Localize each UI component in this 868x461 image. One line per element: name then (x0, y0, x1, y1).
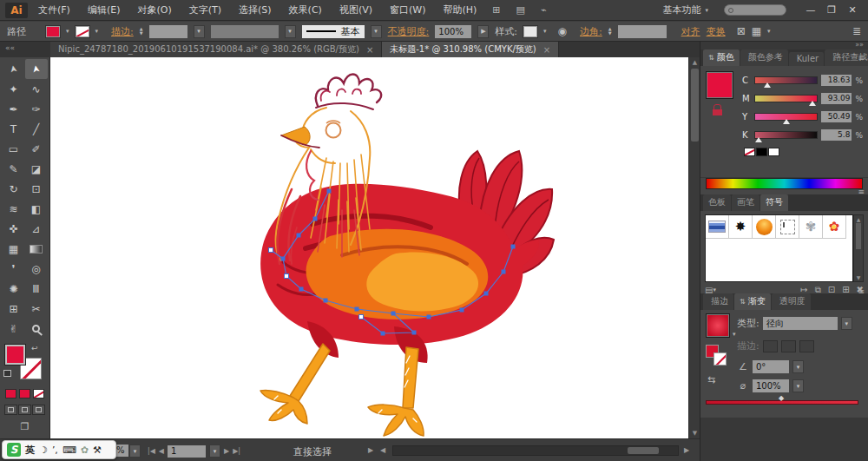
artboard-caret[interactable]: ▾ (209, 445, 220, 458)
stepper-down-icon[interactable]: ▼ (608, 31, 612, 36)
gray-flower-symbol[interactable]: ✾ (799, 215, 823, 239)
stroke-gradient-within-button[interactable] (763, 340, 778, 352)
last-artboard-button[interactable]: ▶| (233, 447, 240, 455)
chicken-artwork[interactable] (50, 57, 688, 438)
eraser-tool[interactable]: ◪ (25, 159, 48, 179)
panel-tab[interactable]: ⇅ 颜色 (703, 49, 740, 66)
free-transform-tool[interactable]: ⊡ (25, 179, 48, 199)
none-mode-button[interactable] (33, 389, 44, 398)
reverse-gradient-icon[interactable]: ⇆ (707, 374, 715, 385)
vertical-scrollbar[interactable]: ▲ ▼ (688, 57, 700, 438)
cs-live-icon[interactable]: ⌁ (541, 4, 547, 16)
shape-builder-tool[interactable]: ◧ (25, 199, 48, 219)
skin-icon[interactable]: ✿ (81, 445, 89, 456)
symbols-scroll-thumb[interactable] (856, 223, 861, 249)
fill-proxy-swatch[interactable] (4, 344, 26, 366)
pen-tool[interactable]: ✒ (3, 99, 25, 119)
paintbrush-tool[interactable]: ✐ (25, 139, 48, 159)
zoom-tool[interactable] (25, 319, 48, 339)
eyedropper-tool[interactable]: ❜ (3, 259, 25, 279)
menu-item[interactable]: 视图(V) (339, 3, 372, 16)
ime-mode-label[interactable]: 英 (25, 444, 35, 457)
width-profile-dropdown[interactable] (211, 25, 279, 38)
gradient-type-caret[interactable]: ▾ (841, 317, 852, 330)
panel-tab[interactable]: ⇅ 渐变 (734, 293, 771, 310)
next-artboard-button[interactable]: ▶ (224, 447, 229, 455)
panel-tab[interactable]: 颜色参考 (740, 49, 788, 66)
gradient-angle-caret[interactable]: ▾ (792, 360, 804, 373)
none-swatch[interactable] (744, 148, 755, 156)
stepper-down-icon[interactable]: ▼ (140, 31, 143, 36)
stroke-caret-icon[interactable]: ▾ (95, 28, 99, 35)
red-daisy-symbol[interactable]: ✿ (823, 215, 846, 239)
blue-banner-symbol[interactable] (706, 215, 729, 239)
fill-color-swatch[interactable] (46, 26, 60, 37)
gradient-aspect-field[interactable]: 100% (753, 379, 789, 392)
orange-orb-symbol[interactable] (753, 215, 776, 239)
restore-button[interactable]: ❐ (821, 4, 842, 16)
channel-value-field[interactable]: 18.63 (821, 75, 852, 86)
punctuation-icon[interactable]: ’, (52, 445, 58, 456)
color-mode-button[interactable] (5, 389, 16, 398)
channel-value-field[interactable]: 5.8 (821, 129, 852, 141)
color-spectrum-bar[interactable] (706, 178, 863, 189)
lasso-tool[interactable]: ∿ (25, 79, 48, 99)
minimize-button[interactable]: — (800, 4, 821, 16)
menu-item[interactable]: 窗口(W) (390, 3, 425, 16)
first-artboard-button[interactable]: |◀ (148, 447, 155, 455)
selection-tool[interactable]: ➤ (3, 59, 25, 79)
keyboard-icon[interactable]: ⌨ (62, 445, 76, 456)
live-paint-bucket-tool[interactable]: ✜ (3, 219, 25, 239)
workspace-switcher[interactable]: 基本功能 ▾ (662, 3, 708, 16)
align-link[interactable]: 对齐 (681, 25, 700, 38)
menu-item[interactable]: 选择(S) (239, 3, 272, 16)
rotate-tool[interactable]: ↻ (3, 179, 25, 199)
gradient-aspect-caret[interactable]: ▾ (792, 379, 804, 392)
active-color-swatch[interactable] (706, 71, 733, 99)
bridge-icon[interactable]: ⊞ (492, 4, 500, 16)
close-button[interactable]: ✕ (842, 4, 863, 16)
corner-stepper[interactable]: ▲ ▼ (608, 27, 612, 36)
slider-marker-icon[interactable] (755, 137, 762, 142)
gradient-preview-swatch[interactable] (706, 313, 730, 338)
artboard-number-field[interactable]: 1 (168, 445, 206, 458)
close-tab-icon[interactable]: × (366, 45, 373, 55)
curvature-tool[interactable]: ✑ (25, 99, 48, 119)
scroll-up-icon[interactable]: ▲ (854, 216, 863, 222)
document-tab[interactable]: Nipic_24787180_20190610191537190084.ai* … (50, 42, 382, 57)
opacity-link[interactable]: 不透明度: (388, 25, 430, 38)
panel-tab[interactable]: 符号 (760, 194, 788, 211)
draw-normal-button[interactable] (4, 405, 17, 415)
menu-item[interactable]: 编辑(E) (88, 3, 121, 16)
slider-track[interactable] (754, 76, 818, 84)
gradient-midpoint-icon[interactable]: ◆ (779, 394, 784, 402)
stroke-weight-caret[interactable]: ▾ (194, 25, 205, 38)
draw-inside-button[interactable] (32, 405, 45, 415)
slider-track[interactable] (754, 95, 818, 102)
vertical-scroll-thumb[interactable] (691, 69, 699, 142)
menu-item[interactable]: 对象(O) (137, 3, 171, 16)
column-graph-tool[interactable]: Ⅲ (25, 279, 48, 299)
dock-collapse-icon[interactable]: »» (700, 42, 868, 49)
gradient-swatch-caret[interactable]: ▾ (733, 331, 736, 338)
corner-field[interactable] (618, 25, 667, 38)
ink-splat-symbol[interactable]: ✸ (729, 215, 753, 239)
perspective-grid-tool[interactable]: ⊿ (25, 219, 48, 239)
rectangle-tool[interactable]: ▭ (3, 139, 25, 159)
transform-link[interactable]: 变换 (707, 25, 726, 38)
draw-behind-button[interactable] (18, 405, 31, 415)
menu-item[interactable]: 文件(F) (38, 3, 70, 16)
chicken-legs[interactable] (260, 344, 424, 436)
artboard-canvas[interactable] (50, 57, 688, 438)
brush-definition-dropdown[interactable]: 基本 (302, 25, 365, 38)
slice-tool[interactable]: ✂ (25, 299, 48, 319)
panel-tab[interactable]: 画笔 (732, 194, 760, 211)
gradient-type-dropdown[interactable]: 径向 (763, 317, 838, 330)
scroll-right-icon[interactable]: ▶ (684, 446, 689, 454)
mesh-tool[interactable]: ▦ (3, 239, 25, 259)
isolate-caret-icon[interactable]: ▾ (767, 28, 771, 35)
arrange-documents-icon[interactable]: ▤ (516, 4, 525, 16)
stroke-gradient-along-button[interactable] (781, 340, 796, 352)
symbol-sprayer-tool[interactable]: ✺ (3, 279, 25, 299)
width-tool[interactable]: ≋ (3, 199, 25, 219)
